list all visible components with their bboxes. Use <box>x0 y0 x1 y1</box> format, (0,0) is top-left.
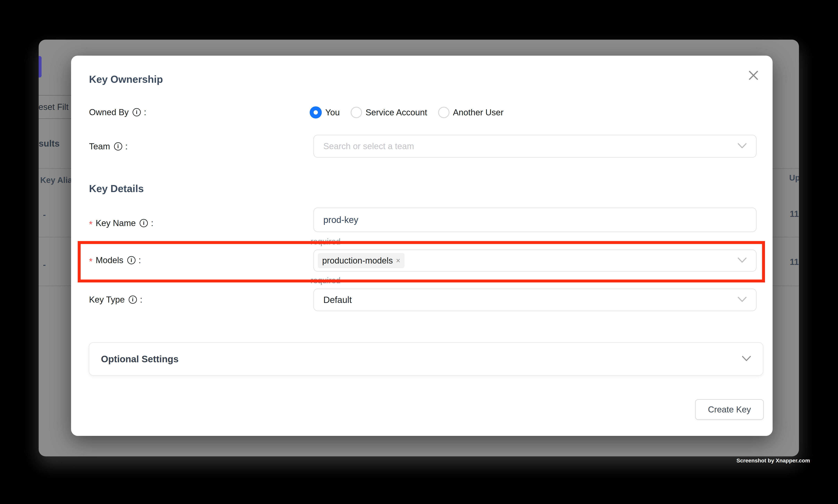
owned-by-label: Owned By <box>89 107 129 117</box>
key-name-input[interactable]: prod-key <box>314 208 756 232</box>
selected-model-tag-label: production-models <box>322 256 393 266</box>
owned-by-label-row: Owned By i : <box>89 106 146 118</box>
remove-tag-icon[interactable]: × <box>396 257 400 264</box>
create-key-modal: Key Ownership Owned By i : You Service A… <box>71 56 772 436</box>
required-asterisk: * <box>89 257 92 266</box>
team-select-placeholder: Search or select a team <box>314 141 414 151</box>
radio-unselected-icon <box>351 107 362 118</box>
radio-option-another-user[interactable]: Another User <box>438 107 503 118</box>
table-cell-alias: - <box>43 260 46 270</box>
models-validation-message: required <box>310 276 340 285</box>
key-name-label-row: * Key Name i : <box>89 217 154 229</box>
chevron-down-icon <box>738 297 747 303</box>
owned-by-radio-group: You Service Account Another User <box>310 106 515 119</box>
info-icon: i <box>127 256 136 264</box>
label-colon: : <box>140 295 142 305</box>
key-name-label: Key Name <box>96 218 136 228</box>
radio-option-service-account[interactable]: Service Account <box>351 107 427 118</box>
screenshot-frame: eset Filt sults Key Alia Up - - 11/ 11/ … <box>0 0 838 504</box>
optional-settings-toggle[interactable]: Optional Settings <box>89 342 763 376</box>
selected-model-tag: production-models × <box>318 253 405 268</box>
key-type-select[interactable]: Default <box>314 288 756 311</box>
chevron-down-icon <box>742 356 751 362</box>
models-multiselect[interactable]: production-models × <box>314 250 756 272</box>
label-colon: : <box>144 107 146 117</box>
create-key-button-fragment <box>39 56 41 77</box>
radio-selected-icon <box>310 106 322 119</box>
column-header-updated: Up <box>789 173 799 182</box>
team-label: Team <box>89 142 110 151</box>
chevron-down-icon <box>738 257 747 264</box>
radio-unselected-icon <box>438 107 449 118</box>
xnapper-watermark: Screenshot by Xnapper.com <box>736 457 810 464</box>
radio-option-you[interactable]: You <box>310 106 340 119</box>
key-type-value: Default <box>314 294 352 305</box>
info-icon: i <box>132 108 141 116</box>
required-asterisk: * <box>89 220 92 229</box>
key-type-label-row: Key Type i : <box>89 293 142 306</box>
info-icon: i <box>129 295 137 304</box>
table-cell-alias: - <box>43 210 46 220</box>
label-colon: : <box>139 255 141 265</box>
key-name-validation-message: required <box>310 237 340 246</box>
section-title-key-ownership: Key Ownership <box>89 73 163 85</box>
column-header-key-alias: Key Alia <box>40 176 72 185</box>
table-cell-updated: 11/ <box>790 209 799 219</box>
label-colon: : <box>151 218 153 228</box>
close-button[interactable] <box>746 68 761 83</box>
models-label: Models <box>96 255 123 265</box>
optional-settings-label: Optional Settings <box>101 354 178 364</box>
reset-filters-label-fragment: eset Filt <box>39 102 69 112</box>
radio-label: Service Account <box>365 108 427 117</box>
create-key-button[interactable]: Create Key <box>695 399 764 420</box>
radio-label: Another User <box>453 108 503 117</box>
models-label-row: * Models i : <box>89 254 141 266</box>
results-count-fragment: sults <box>39 138 59 149</box>
info-icon: i <box>114 142 122 150</box>
create-key-button-label: Create Key <box>708 404 751 414</box>
info-icon: i <box>140 219 148 227</box>
chevron-down-icon <box>738 143 747 149</box>
close-icon <box>748 70 759 80</box>
label-colon: : <box>125 142 128 151</box>
key-name-value: prod-key <box>314 215 358 225</box>
section-title-key-details: Key Details <box>89 182 144 195</box>
team-label-row: Team i : <box>89 140 128 152</box>
key-type-label: Key Type <box>89 295 125 305</box>
radio-label: You <box>325 108 340 117</box>
table-cell-updated: 11/ <box>790 257 799 267</box>
team-select[interactable]: Search or select a team <box>314 135 756 158</box>
